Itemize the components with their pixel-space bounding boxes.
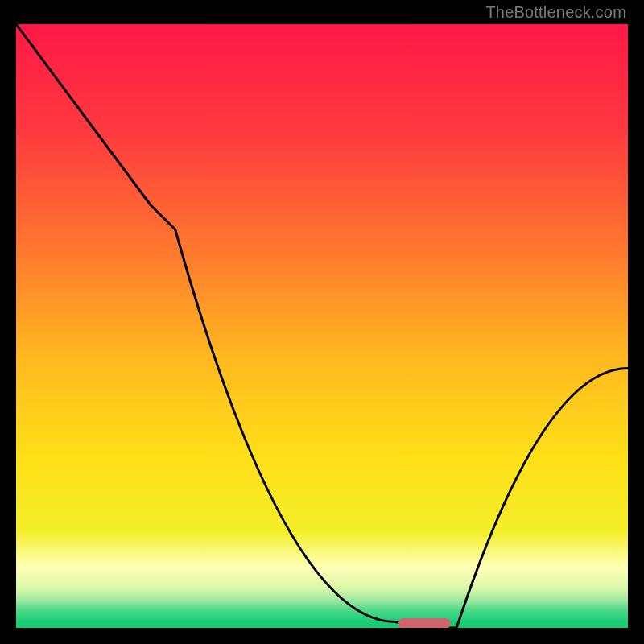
- chart-frame: [16, 24, 628, 628]
- gradient-background: [16, 24, 628, 628]
- bottleneck-chart: [16, 24, 628, 628]
- optimal-marker: [398, 618, 451, 628]
- attribution-text: TheBottleneck.com: [485, 3, 626, 22]
